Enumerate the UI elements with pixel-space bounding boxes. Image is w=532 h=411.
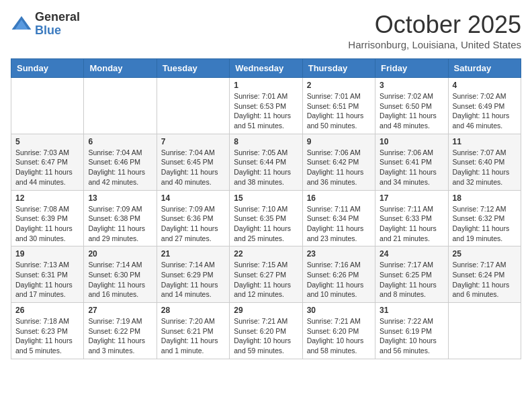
calendar-cell: 13Sunrise: 7:09 AM Sunset: 6:38 PM Dayli… <box>84 190 157 246</box>
calendar-cell: 4Sunrise: 7:02 AM Sunset: 6:49 PM Daylig… <box>448 78 521 134</box>
calendar-cell: 5Sunrise: 7:03 AM Sunset: 6:47 PM Daylig… <box>11 134 84 190</box>
logo-blue-text: Blue <box>35 24 80 38</box>
logo-text: General Blue <box>35 11 80 38</box>
day-info: Sunrise: 7:09 AM Sunset: 6:38 PM Dayligh… <box>88 204 152 244</box>
day-info: Sunrise: 7:08 AM Sunset: 6:39 PM Dayligh… <box>15 204 79 244</box>
calendar-cell: 22Sunrise: 7:15 AM Sunset: 6:27 PM Dayli… <box>230 246 302 303</box>
calendar-cell: 6Sunrise: 7:04 AM Sunset: 6:46 PM Daylig… <box>84 134 157 190</box>
calendar-cell <box>448 303 521 359</box>
calendar-cell: 1Sunrise: 7:01 AM Sunset: 6:53 PM Daylig… <box>230 78 302 134</box>
logo-icon <box>11 13 32 35</box>
day-info: Sunrise: 7:14 AM Sunset: 6:30 PM Dayligh… <box>88 260 152 300</box>
day-info: Sunrise: 7:14 AM Sunset: 6:29 PM Dayligh… <box>161 260 225 300</box>
location: Harrisonburg, Louisiana, United States <box>348 39 521 50</box>
day-number: 29 <box>234 306 298 315</box>
calendar-cell: 11Sunrise: 7:07 AM Sunset: 6:40 PM Dayli… <box>448 134 521 190</box>
calendar-cell: 9Sunrise: 7:06 AM Sunset: 6:42 PM Daylig… <box>302 134 375 190</box>
calendar-cell: 8Sunrise: 7:05 AM Sunset: 6:44 PM Daylig… <box>230 134 302 190</box>
day-info: Sunrise: 7:21 AM Sunset: 6:20 PM Dayligh… <box>234 316 298 356</box>
calendar-cell: 31Sunrise: 7:22 AM Sunset: 6:19 PM Dayli… <box>375 303 448 359</box>
day-info: Sunrise: 7:01 AM Sunset: 6:51 PM Dayligh… <box>307 91 371 131</box>
calendar-cell: 28Sunrise: 7:20 AM Sunset: 6:21 PM Dayli… <box>157 303 229 359</box>
day-of-week-header: Wednesday <box>230 59 302 78</box>
calendar-cell: 15Sunrise: 7:10 AM Sunset: 6:35 PM Dayli… <box>230 190 302 246</box>
day-number: 22 <box>234 249 298 259</box>
calendar-cell: 17Sunrise: 7:11 AM Sunset: 6:33 PM Dayli… <box>375 190 448 246</box>
calendar-cell <box>11 78 84 134</box>
day-number: 11 <box>453 137 517 146</box>
day-info: Sunrise: 7:18 AM Sunset: 6:23 PM Dayligh… <box>15 316 79 356</box>
month-title: October 2025 <box>348 11 521 39</box>
day-number: 24 <box>380 249 443 259</box>
day-number: 21 <box>161 249 225 259</box>
day-number: 8 <box>234 137 298 146</box>
day-info: Sunrise: 7:02 AM Sunset: 6:50 PM Dayligh… <box>380 91 443 131</box>
day-number: 13 <box>88 193 152 203</box>
logo-general-text: General <box>35 11 80 24</box>
day-number: 16 <box>307 193 371 203</box>
day-info: Sunrise: 7:01 AM Sunset: 6:53 PM Dayligh… <box>234 91 298 131</box>
calendar-cell: 18Sunrise: 7:12 AM Sunset: 6:32 PM Dayli… <box>448 190 521 246</box>
day-number: 2 <box>307 81 371 90</box>
day-info: Sunrise: 7:19 AM Sunset: 6:22 PM Dayligh… <box>88 316 152 356</box>
day-number: 19 <box>15 249 79 259</box>
day-number: 4 <box>453 81 517 90</box>
calendar-week-row: 1Sunrise: 7:01 AM Sunset: 6:53 PM Daylig… <box>11 78 521 134</box>
day-number: 26 <box>15 306 79 315</box>
day-of-week-header: Thursday <box>302 59 375 78</box>
calendar-cell: 12Sunrise: 7:08 AM Sunset: 6:39 PM Dayli… <box>11 190 84 246</box>
calendar-cell: 3Sunrise: 7:02 AM Sunset: 6:50 PM Daylig… <box>375 78 448 134</box>
day-number: 10 <box>380 137 443 146</box>
day-info: Sunrise: 7:12 AM Sunset: 6:32 PM Dayligh… <box>453 204 517 244</box>
day-info: Sunrise: 7:16 AM Sunset: 6:26 PM Dayligh… <box>307 260 371 300</box>
title-section: October 2025 Harrisonburg, Louisiana, Un… <box>348 11 521 50</box>
calendar-cell: 20Sunrise: 7:14 AM Sunset: 6:30 PM Dayli… <box>84 246 157 303</box>
page-header: General Blue October 2025 Harrisonburg, … <box>11 11 521 50</box>
day-of-week-header: Saturday <box>448 59 521 78</box>
day-info: Sunrise: 7:20 AM Sunset: 6:21 PM Dayligh… <box>161 316 225 356</box>
calendar-week-row: 26Sunrise: 7:18 AM Sunset: 6:23 PM Dayli… <box>11 303 521 359</box>
day-info: Sunrise: 7:07 AM Sunset: 6:40 PM Dayligh… <box>453 148 517 187</box>
day-number: 27 <box>88 306 152 315</box>
day-number: 28 <box>161 306 225 315</box>
day-number: 9 <box>307 137 371 146</box>
day-info: Sunrise: 7:03 AM Sunset: 6:47 PM Dayligh… <box>15 148 79 187</box>
day-info: Sunrise: 7:05 AM Sunset: 6:44 PM Dayligh… <box>234 148 298 187</box>
day-number: 1 <box>234 81 298 90</box>
day-of-week-header: Tuesday <box>157 59 229 78</box>
day-info: Sunrise: 7:04 AM Sunset: 6:46 PM Dayligh… <box>88 148 152 187</box>
logo: General Blue <box>11 11 80 38</box>
calendar-table: SundayMondayTuesdayWednesdayThursdayFrid… <box>11 58 521 359</box>
day-number: 25 <box>453 249 517 259</box>
calendar-cell <box>157 78 229 134</box>
day-number: 23 <box>307 249 371 259</box>
calendar-week-row: 12Sunrise: 7:08 AM Sunset: 6:39 PM Dayli… <box>11 190 521 246</box>
calendar-cell: 2Sunrise: 7:01 AM Sunset: 6:51 PM Daylig… <box>302 78 375 134</box>
day-number: 5 <box>15 137 79 146</box>
calendar-cell: 29Sunrise: 7:21 AM Sunset: 6:20 PM Dayli… <box>230 303 302 359</box>
day-number: 18 <box>453 193 517 203</box>
day-info: Sunrise: 7:06 AM Sunset: 6:41 PM Dayligh… <box>380 148 443 187</box>
day-number: 20 <box>88 249 152 259</box>
day-info: Sunrise: 7:04 AM Sunset: 6:45 PM Dayligh… <box>161 148 225 187</box>
day-info: Sunrise: 7:09 AM Sunset: 6:36 PM Dayligh… <box>161 204 225 244</box>
calendar-cell: 16Sunrise: 7:11 AM Sunset: 6:34 PM Dayli… <box>302 190 375 246</box>
day-of-week-header: Monday <box>84 59 157 78</box>
day-number: 30 <box>307 306 371 315</box>
day-number: 3 <box>380 81 443 90</box>
calendar-cell: 10Sunrise: 7:06 AM Sunset: 6:41 PM Dayli… <box>375 134 448 190</box>
day-number: 6 <box>88 137 152 146</box>
day-number: 31 <box>380 306 443 315</box>
calendar-week-row: 5Sunrise: 7:03 AM Sunset: 6:47 PM Daylig… <box>11 134 521 190</box>
day-info: Sunrise: 7:10 AM Sunset: 6:35 PM Dayligh… <box>234 204 298 244</box>
calendar-cell: 25Sunrise: 7:17 AM Sunset: 6:24 PM Dayli… <box>448 246 521 303</box>
day-info: Sunrise: 7:22 AM Sunset: 6:19 PM Dayligh… <box>380 316 443 356</box>
day-number: 17 <box>380 193 443 203</box>
day-number: 15 <box>234 193 298 203</box>
calendar-cell: 7Sunrise: 7:04 AM Sunset: 6:45 PM Daylig… <box>157 134 229 190</box>
calendar-cell: 21Sunrise: 7:14 AM Sunset: 6:29 PM Dayli… <box>157 246 229 303</box>
day-info: Sunrise: 7:15 AM Sunset: 6:27 PM Dayligh… <box>234 260 298 300</box>
day-info: Sunrise: 7:13 AM Sunset: 6:31 PM Dayligh… <box>15 260 79 300</box>
calendar-week-row: 19Sunrise: 7:13 AM Sunset: 6:31 PM Dayli… <box>11 246 521 303</box>
calendar-header-row: SundayMondayTuesdayWednesdayThursdayFrid… <box>11 59 521 78</box>
